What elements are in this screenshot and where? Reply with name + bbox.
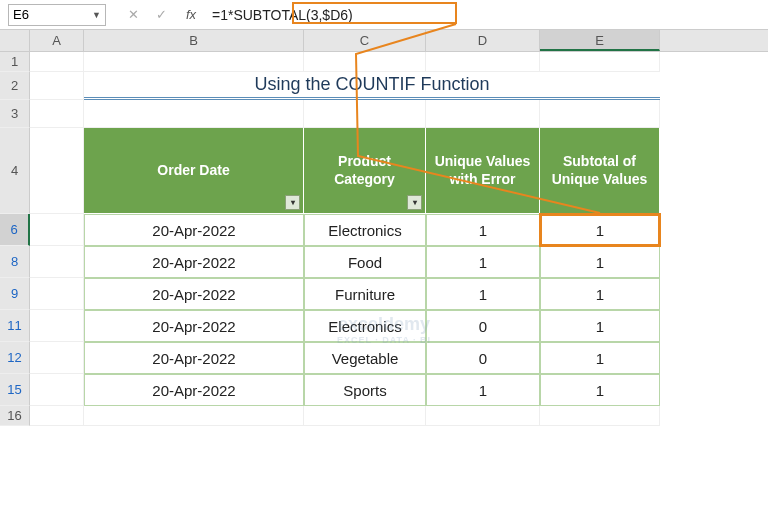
cell-A8[interactable] — [30, 246, 84, 278]
row-header-15[interactable]: 15 — [0, 374, 30, 406]
cell-C3[interactable] — [304, 100, 426, 128]
cell-C15[interactable]: Sports — [304, 374, 426, 406]
filter-icon-order-date[interactable]: ▾ — [285, 195, 300, 210]
cell-A3[interactable] — [30, 100, 84, 128]
col-header-D[interactable]: D — [426, 30, 540, 51]
formula-input[interactable]: =1*SUBTOTAL(3,$D6) — [208, 5, 768, 25]
grid-body: 1 2 3 4 6 8 9 11 12 15 16 U — [0, 52, 768, 426]
cell-A16[interactable] — [30, 406, 84, 426]
row-header-12[interactable]: 12 — [0, 342, 30, 374]
cell-B3[interactable] — [84, 100, 304, 128]
cell-D8[interactable]: 1 — [426, 246, 540, 278]
header-category[interactable]: Product Category ▾ — [304, 128, 426, 214]
cell-B11[interactable]: 20-Apr-2022 — [84, 310, 304, 342]
cell-B1[interactable] — [84, 52, 304, 72]
header-subtotal[interactable]: Subtotal of Unique Values — [540, 128, 660, 214]
cell-D9[interactable]: 1 — [426, 278, 540, 310]
cells-area: Using the COUNTIF Function Order Date ▾ … — [30, 52, 660, 426]
row-header-8[interactable]: 8 — [0, 246, 30, 278]
cell-D6[interactable]: 1 — [426, 214, 540, 246]
fx-icon[interactable]: fx — [184, 7, 198, 22]
cell-C1[interactable] — [304, 52, 426, 72]
col-header-A[interactable]: A — [30, 30, 84, 51]
column-headers: A B C D E — [0, 30, 768, 52]
cell-E1[interactable] — [540, 52, 660, 72]
page-title[interactable]: Using the COUNTIF Function — [84, 72, 660, 100]
cell-C8[interactable]: Food — [304, 246, 426, 278]
cell-C12[interactable]: Vegetable — [304, 342, 426, 374]
cell-D15[interactable]: 1 — [426, 374, 540, 406]
cell-E9[interactable]: 1 — [540, 278, 660, 310]
select-all-corner[interactable] — [0, 30, 30, 51]
col-header-B[interactable]: B — [84, 30, 304, 51]
cell-D11[interactable]: 0 — [426, 310, 540, 342]
cell-A15[interactable] — [30, 374, 84, 406]
cell-E12[interactable]: 1 — [540, 342, 660, 374]
row-header-11[interactable]: 11 — [0, 310, 30, 342]
row-header-16[interactable]: 16 — [0, 406, 30, 426]
cell-E3[interactable] — [540, 100, 660, 128]
cell-B9[interactable]: 20-Apr-2022 — [84, 278, 304, 310]
cell-E15[interactable]: 1 — [540, 374, 660, 406]
formula-bar-icons: ✕ ✓ fx — [126, 7, 198, 22]
cell-B6[interactable]: 20-Apr-2022 — [84, 214, 304, 246]
header-order-date-label: Order Date — [157, 162, 229, 180]
cell-D12[interactable]: 0 — [426, 342, 540, 374]
cell-A1[interactable] — [30, 52, 84, 72]
formula-bar: E6 ▼ ✕ ✓ fx =1*SUBTOTAL(3,$D6) — [0, 0, 768, 30]
cell-E11[interactable]: 1 — [540, 310, 660, 342]
row-header-3[interactable]: 3 — [0, 100, 30, 128]
cell-E6[interactable]: 1 — [540, 214, 660, 246]
row-header-4[interactable]: 4 — [0, 128, 30, 214]
name-box-dropdown-icon[interactable]: ▼ — [92, 10, 101, 20]
enter-icon[interactable]: ✓ — [154, 7, 168, 22]
row-header-2[interactable]: 2 — [0, 72, 30, 100]
cell-D1[interactable] — [426, 52, 540, 72]
col-header-E[interactable]: E — [540, 30, 660, 51]
row-header-9[interactable]: 9 — [0, 278, 30, 310]
cell-A11[interactable] — [30, 310, 84, 342]
cell-C11[interactable]: Electronics — [304, 310, 426, 342]
cell-B15[interactable]: 20-Apr-2022 — [84, 374, 304, 406]
header-category-label: Product Category — [308, 153, 421, 188]
row-header-6[interactable]: 6 — [0, 214, 30, 246]
cancel-icon[interactable]: ✕ — [126, 7, 140, 22]
cell-D3[interactable] — [426, 100, 540, 128]
cell-A9[interactable] — [30, 278, 84, 310]
name-box-value: E6 — [13, 7, 92, 22]
cell-A12[interactable] — [30, 342, 84, 374]
name-box[interactable]: E6 ▼ — [8, 4, 106, 26]
cell-E8[interactable]: 1 — [540, 246, 660, 278]
cell-C6[interactable]: Electronics — [304, 214, 426, 246]
col-header-C[interactable]: C — [304, 30, 426, 51]
filter-icon-category[interactable]: ▾ — [407, 195, 422, 210]
row-header-1[interactable]: 1 — [0, 52, 30, 72]
header-unique-err[interactable]: Unique Values with Error — [426, 128, 540, 214]
cell-A2[interactable] — [30, 72, 84, 100]
cell-A4[interactable] — [30, 128, 84, 214]
cell-B8[interactable]: 20-Apr-2022 — [84, 246, 304, 278]
cell-B12[interactable]: 20-Apr-2022 — [84, 342, 304, 374]
cell-A6[interactable] — [30, 214, 84, 246]
cell-C9[interactable]: Furniture — [304, 278, 426, 310]
spreadsheet: A B C D E 1 2 3 4 6 8 9 11 12 15 16 — [0, 30, 768, 426]
cell-C16[interactable] — [304, 406, 426, 426]
row-headers: 1 2 3 4 6 8 9 11 12 15 16 — [0, 52, 30, 426]
cell-E16[interactable] — [540, 406, 660, 426]
cell-B16[interactable] — [84, 406, 304, 426]
header-order-date[interactable]: Order Date ▾ — [84, 128, 304, 214]
cell-D16[interactable] — [426, 406, 540, 426]
